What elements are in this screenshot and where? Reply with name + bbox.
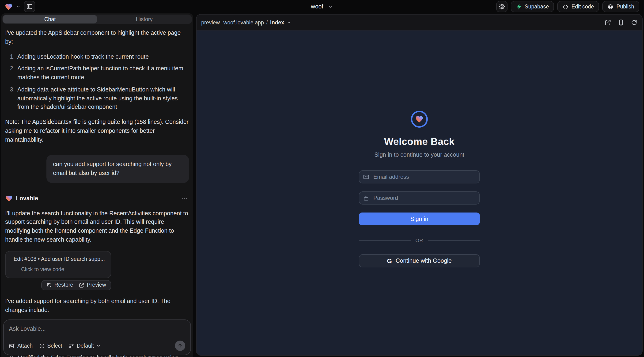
preview-url-selector[interactable]: preview--woof.lovable.app / index [201,20,291,25]
chat-thread: I've updated the AppSidebar component to… [1,24,193,357]
chevron-down-icon [328,4,333,9]
assistant-header: Lovable [5,194,189,203]
chevron-down-icon [286,20,291,25]
heart-icon [415,115,424,124]
email-field-wrap [359,170,480,184]
envelope-icon [363,174,369,180]
or-divider: OR [359,237,480,243]
open-in-new-tab-button[interactable] [604,19,611,26]
refresh-icon [631,19,638,26]
restore-icon [46,282,52,288]
assistant-message-summary: I've added support for searching by both… [5,297,189,314]
preview-viewport: Welcome Back Sign in to continue to your… [196,30,642,355]
edit-code-button[interactable]: Edit code [558,1,599,12]
chevron-down-icon [96,344,101,348]
preview-page: index [270,20,284,25]
assistant-message-note: Note: The AppSidebar.tsx file is getting… [5,118,189,144]
send-button[interactable] [175,340,185,351]
publish-button[interactable]: Publish [602,1,639,12]
google-button-label: Continue with Google [396,258,452,264]
login-subtitle: Sign in to continue to your account [374,152,464,158]
or-label: OR [415,237,423,243]
edit-card-subtitle: Click to view code [21,266,106,274]
restore-button[interactable]: Restore [46,281,74,290]
mobile-phone-icon [618,19,624,26]
topbar-actions: Supabase Edit code Publish [496,1,639,12]
chat-history-tabs: Chat History [2,14,192,24]
edit-code-label: Edit code [572,4,594,10]
settings-button[interactable] [496,1,507,12]
project-menu-chevron-icon[interactable] [16,4,21,9]
sign-in-button[interactable]: Sign in [359,212,480,225]
lock-icon [363,195,369,201]
preview-toolbar: preview--woof.lovable.app / index [196,14,642,30]
password-field[interactable] [359,192,480,204]
workspace: Chat History I've updated the AppSidebar… [0,13,644,357]
assistant-message-intro-2: I'll update the search functionality in … [5,209,189,244]
list-item: Adding useLocation hook to track the cur… [16,52,189,61]
mobile-view-button[interactable] [618,19,624,26]
email-field[interactable] [359,170,480,184]
sliders-icon [68,343,74,349]
password-field-wrap [359,192,480,204]
continue-with-google-button[interactable]: G Continue with Google [359,254,480,268]
publish-label: Publish [616,4,634,10]
app-logo [411,111,428,128]
assistant-name: Lovable [16,194,38,203]
list-item: Adding an isCurrentPath helper function … [16,64,189,82]
external-link-icon [79,282,84,288]
chat-panel: Chat History I've updated the AppSidebar… [1,13,193,357]
preview-tools [604,19,638,26]
project-name: woof [311,3,324,10]
topbar-left [5,1,35,12]
preview-url: preview--woof.lovable.app [201,20,264,25]
chat-input[interactable] [9,326,185,332]
select-button[interactable]: Select [39,343,62,349]
preview-panel: preview--woof.lovable.app / index [196,14,642,356]
tab-history[interactable]: History [97,15,191,24]
lovable-logo-icon[interactable] [5,2,13,10]
supabase-label: Supabase [525,4,549,10]
more-options-icon[interactable] [180,194,189,203]
login-title: Welcome Back [384,136,455,147]
composer: Attach Select Default [3,320,191,355]
app-window: woof Supabase Edit code Publish [0,0,644,357]
preview-button[interactable]: Preview [79,281,106,290]
tab-chat[interactable]: Chat [3,15,97,24]
edit-card-wrap: Edit #108 • Add user ID search supp... C… [5,251,111,290]
login-form: Sign in OR G Continue with Google [359,170,480,268]
project-switcher[interactable]: woof [311,3,333,10]
toggle-sidebar-button[interactable] [24,1,35,12]
lovable-avatar-heart-icon [5,195,13,202]
edit-card-actions: Restore Preview [5,280,111,290]
mode-selector[interactable]: Default [68,343,101,349]
globe-icon [608,4,614,10]
attach-image-icon [9,343,15,349]
supabase-bolt-icon [516,4,522,10]
login-card: Welcome Back Sign in to continue to your… [359,111,480,268]
select-target-icon [39,343,45,349]
google-g-icon: G [387,257,392,264]
edit-card[interactable]: Edit #108 • Add user ID search supp... C… [5,251,111,278]
url-separator: / [266,20,268,25]
refresh-button[interactable] [631,19,638,26]
attach-button[interactable]: Attach [9,343,32,349]
code-brackets-icon [562,4,569,10]
edit-card-title: Edit #108 • Add user ID search supp... [14,255,105,263]
arrow-up-icon [177,343,183,348]
external-link-icon [604,19,611,26]
gear-icon [498,3,505,10]
topbar: woof Supabase Edit code Publish [0,0,644,13]
supabase-button[interactable]: Supabase [510,1,554,12]
user-message: can you add support for searching not on… [46,155,189,183]
assistant-message-intro: I've updated the AppSidebar component to… [5,28,189,46]
list-item: Adding data-active attribute to SidebarM… [16,86,189,112]
assistant-message-list: Adding useLocation hook to track the cur… [5,52,189,112]
